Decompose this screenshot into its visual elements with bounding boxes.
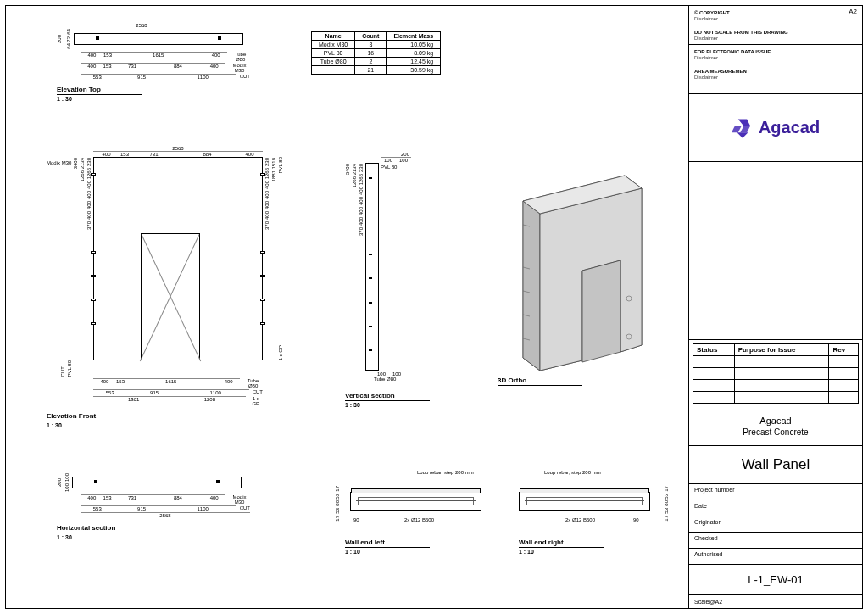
view-3d-ortho: 3D Ortho	[498, 159, 667, 386]
logo-text: Agacad	[759, 118, 820, 137]
sheet-size: A2	[849, 8, 857, 15]
view-scale: 1 : 10	[519, 549, 667, 555]
field-originator: Originator	[689, 516, 862, 533]
drawing-area: Name Count Element Mass Modix M30310.05 …	[6, 6, 688, 608]
iso-render	[498, 159, 667, 371]
info-rows: Project number Date Originator Checked A…	[689, 484, 862, 565]
agacad-logo-icon	[732, 117, 754, 139]
tb-scale-warning: DO NOT SCALE FROM THIS DRAWING Disclaime…	[689, 25, 862, 45]
view-title: Elevation Top	[57, 86, 142, 95]
vertical-strip	[365, 163, 379, 371]
bom-h3: Element Mass	[387, 32, 441, 41]
bom-h2: Count	[355, 32, 387, 41]
view-title: Elevation Front	[47, 412, 131, 421]
view-scale: 1 : 30	[345, 402, 430, 408]
tb-electronic: FOR ELECTRONIC DATA ISSUE Disclaimer	[689, 45, 862, 64]
tb-copyright: © COPYRIGHT Disclaimer	[689, 6, 862, 25]
panel-outline	[93, 157, 263, 360]
view-horizontal-section: 200 100100 400153731884400Modix M30 5539…	[57, 472, 250, 540]
revision-table-container: Status Purpose for Issue Rev	[689, 340, 862, 407]
view-scale: 1 : 10	[345, 549, 493, 555]
view-scale: 1 : 30	[57, 534, 250, 540]
view-title: Vertical section	[345, 392, 430, 401]
door-opening	[141, 233, 200, 360]
project-title: Agacad Precast Concrete	[689, 407, 862, 446]
view-title: Wall end left	[345, 539, 430, 548]
horizontal-strip	[72, 477, 242, 488]
wall-end-left-section	[350, 492, 481, 511]
bom-table: Name Count Element Mass Modix M30310.05 …	[311, 31, 441, 75]
bom-h1: Name	[312, 32, 355, 41]
sheet-scale: Scale@A2	[689, 595, 862, 608]
wall-end-right-section	[519, 492, 650, 511]
tb-area: AREA MEASUREMENT Disclaimer	[689, 64, 862, 94]
field-checked: Checked	[689, 533, 862, 549]
view-elevation-top: 2568 200 647264 4001531615400Tube Ø80 40…	[57, 23, 250, 102]
field-authorised: Authorised	[689, 549, 862, 565]
logo-box: Agacad	[689, 94, 862, 162]
drawing-title: Wall Panel	[689, 446, 862, 484]
elevation-top-strip	[74, 33, 243, 45]
view-scale: 1 : 30	[57, 96, 250, 102]
view-title: 3D Ortho	[498, 377, 582, 386]
revision-table: Status Purpose for Issue Rev	[693, 343, 859, 404]
field-project-number: Project number	[689, 484, 862, 500]
drawing-sheet: Name Count Element Mass Modix M30310.05 …	[5, 5, 863, 609]
view-vertical-section: 200100100 3400 21341266 2301266400400400…	[345, 152, 430, 408]
view-elevation-front: 2568 400153731884400 Modix M30 3400 2134…	[47, 146, 283, 428]
view-title: Wall end right	[519, 539, 604, 548]
titleblock: A2 © COPYRIGHT Disclaimer DO NOT SCALE F…	[688, 6, 862, 608]
view-title: Horizontal section	[57, 524, 142, 533]
view-wall-end-left: Loop rebar, step 200 mm 1753805317 90 2x…	[345, 477, 493, 555]
view-scale: 1 : 30	[47, 422, 283, 428]
view-wall-end-right: Loop rebar, step 200 mm 1753805317 2x Ø1…	[519, 477, 667, 555]
field-date: Date	[689, 500, 862, 516]
drawing-number: L-1_EW-01	[689, 565, 862, 595]
